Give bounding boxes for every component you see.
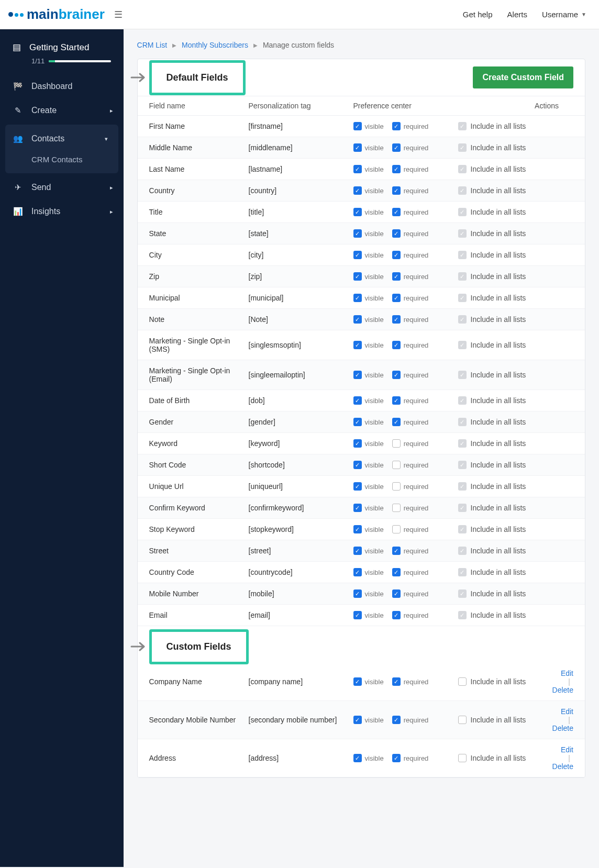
checkbox-disabled-icon: ✓	[458, 547, 467, 555]
checkbox-checked-icon[interactable]: ✓	[392, 716, 401, 724]
sidebar-subitem-crm-contacts[interactable]: CRM Contacts	[5, 150, 118, 170]
edit-link[interactable]: Edit	[561, 669, 573, 677]
checkbox-checked-icon[interactable]: ✓	[353, 611, 362, 619]
create-custom-field-button[interactable]: Create Custom Field	[473, 66, 573, 88]
checkbox-checked-icon[interactable]: ✓	[353, 371, 362, 379]
checkbox-empty-icon[interactable]	[458, 754, 467, 762]
field-name-cell: Date of Birth	[149, 396, 249, 405]
checkbox-checked-icon[interactable]: ✓	[392, 315, 401, 324]
delete-link[interactable]: Delete	[552, 724, 573, 732]
checkbox-checked-icon[interactable]: ✓	[392, 165, 401, 173]
checkbox-checked-icon[interactable]: ✓	[353, 568, 362, 576]
sidebar-item-dashboard[interactable]: 🏁 Dashboard	[0, 74, 124, 98]
checkbox-empty-icon[interactable]	[392, 525, 401, 533]
breadcrumb-crm-list[interactable]: CRM List	[137, 41, 168, 49]
sidebar-item-insights[interactable]: 📊 Insights ▸	[0, 199, 124, 224]
checkbox-checked-icon[interactable]: ✓	[392, 754, 401, 762]
required-label: required	[404, 397, 429, 405]
checkbox-checked-icon[interactable]: ✓	[353, 251, 362, 259]
checkbox-checked-icon[interactable]: ✓	[353, 716, 362, 724]
sidebar-item-create[interactable]: ✎ Create ▸	[0, 98, 124, 123]
table-row: Last Name [lastname] ✓visible ✓required …	[138, 159, 585, 180]
checkbox-checked-icon[interactable]: ✓	[353, 547, 362, 555]
checkbox-checked-icon[interactable]: ✓	[353, 341, 362, 349]
checkbox-checked-icon[interactable]: ✓	[392, 611, 401, 619]
checkbox-checked-icon[interactable]: ✓	[392, 272, 401, 281]
checkbox-checked-icon[interactable]: ✓	[392, 418, 401, 426]
edit-link[interactable]: Edit	[561, 707, 573, 716]
checkbox-empty-icon[interactable]	[392, 439, 401, 448]
checkbox-checked-icon[interactable]: ✓	[392, 677, 401, 686]
sidebar-item-contacts[interactable]: 👥 Contacts ▾	[5, 128, 118, 150]
get-help-link[interactable]: Get help	[463, 10, 493, 19]
checkbox-checked-icon[interactable]: ✓	[353, 754, 362, 762]
user-menu[interactable]: Username ▼	[542, 10, 586, 19]
checkbox-empty-icon[interactable]	[458, 716, 467, 724]
checkbox-checked-icon[interactable]: ✓	[353, 208, 362, 216]
checkbox-checked-icon[interactable]: ✓	[353, 165, 362, 173]
required-label: required	[404, 230, 429, 238]
checkbox-checked-icon[interactable]: ✓	[392, 294, 401, 302]
breadcrumb-monthly-subscribers[interactable]: Monthly Subscribers	[182, 41, 248, 49]
checkbox-checked-icon[interactable]: ✓	[353, 439, 362, 448]
checkbox-checked-icon[interactable]: ✓	[353, 272, 362, 281]
checkbox-checked-icon[interactable]: ✓	[392, 143, 401, 152]
include-label: Include in all lists	[471, 165, 526, 173]
checkbox-checked-icon[interactable]: ✓	[392, 186, 401, 195]
field-tag-cell: [municipal]	[249, 294, 353, 302]
checkbox-checked-icon[interactable]: ✓	[392, 122, 401, 130]
checkbox-checked-icon[interactable]: ✓	[353, 677, 362, 686]
col-pref: Preference center	[353, 102, 448, 110]
checkbox-checked-icon[interactable]: ✓	[353, 396, 362, 405]
field-tag-cell: [countrycode]	[249, 568, 353, 576]
checkbox-empty-icon[interactable]	[392, 482, 401, 491]
chevron-right-icon: ▸	[110, 208, 113, 215]
include-label: Include in all lists	[471, 396, 526, 405]
required-label: required	[404, 716, 429, 724]
checkbox-checked-icon[interactable]: ✓	[353, 229, 362, 238]
checkbox-checked-icon[interactable]: ✓	[392, 208, 401, 216]
checkbox-checked-icon[interactable]: ✓	[392, 341, 401, 349]
checkbox-checked-icon[interactable]: ✓	[392, 371, 401, 379]
chevron-right-icon: ▸	[110, 184, 113, 191]
delete-link[interactable]: Delete	[552, 686, 573, 694]
checkbox-checked-icon[interactable]: ✓	[353, 315, 362, 324]
visible-label: visible	[365, 294, 384, 302]
list-icon: ▤	[13, 42, 21, 53]
hamburger-icon[interactable]: ☰	[114, 9, 123, 20]
field-name-cell: Confirm Keyword	[149, 504, 249, 512]
include-label: Include in all lists	[471, 589, 526, 598]
visible-label: visible	[365, 316, 384, 324]
sidebar-item-send[interactable]: ✈ Send ▸	[0, 175, 124, 199]
checkbox-checked-icon[interactable]: ✓	[392, 251, 401, 259]
logo[interactable]: mainbrainer	[8, 6, 105, 23]
include-label: Include in all lists	[471, 315, 526, 324]
checkbox-checked-icon[interactable]: ✓	[392, 547, 401, 555]
checkbox-checked-icon[interactable]: ✓	[392, 229, 401, 238]
checkbox-checked-icon[interactable]: ✓	[353, 589, 362, 598]
checkbox-checked-icon[interactable]: ✓	[392, 589, 401, 598]
checkbox-checked-icon[interactable]: ✓	[353, 504, 362, 512]
checkbox-checked-icon[interactable]: ✓	[392, 396, 401, 405]
checkbox-empty-icon[interactable]	[392, 461, 401, 469]
checkbox-empty-icon[interactable]	[392, 504, 401, 512]
sidebar-getting-started[interactable]: ▤ Getting Started	[13, 42, 111, 53]
checkbox-disabled-icon: ✓	[458, 229, 467, 238]
checkbox-checked-icon[interactable]: ✓	[353, 525, 362, 533]
field-name-cell: Title	[149, 208, 249, 216]
edit-link[interactable]: Edit	[561, 745, 573, 754]
delete-link[interactable]: Delete	[552, 762, 573, 771]
checkbox-checked-icon[interactable]: ✓	[353, 461, 362, 469]
checkbox-empty-icon[interactable]	[458, 677, 467, 686]
checkbox-checked-icon[interactable]: ✓	[353, 122, 362, 130]
visible-label: visible	[365, 230, 384, 238]
alerts-link[interactable]: Alerts	[507, 10, 527, 19]
checkbox-checked-icon[interactable]: ✓	[353, 143, 362, 152]
checkbox-checked-icon[interactable]: ✓	[353, 418, 362, 426]
visible-label: visible	[365, 754, 384, 762]
required-label: required	[404, 547, 429, 555]
checkbox-checked-icon[interactable]: ✓	[353, 186, 362, 195]
checkbox-checked-icon[interactable]: ✓	[392, 568, 401, 576]
checkbox-checked-icon[interactable]: ✓	[353, 294, 362, 302]
checkbox-checked-icon[interactable]: ✓	[353, 482, 362, 491]
